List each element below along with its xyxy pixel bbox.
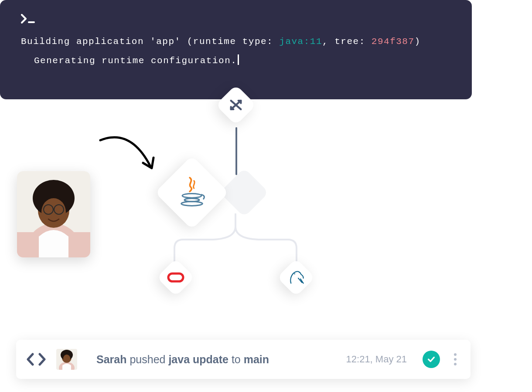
- check-icon: [426, 355, 436, 364]
- generating-text: Generating runtime configuration.: [34, 56, 237, 66]
- activity-message: Sarah pushed java update to main: [96, 353, 336, 366]
- connector-vertical: [235, 127, 237, 175]
- shuffle-node[interactable]: [215, 84, 256, 125]
- build-text-post: ): [415, 37, 421, 47]
- svg-point-3: [181, 202, 203, 206]
- tree-value: 294f387: [372, 37, 415, 47]
- activity-row: Sarah pushed java update to main 12:21, …: [16, 340, 471, 379]
- svg-rect-4: [168, 274, 183, 281]
- mysql-node[interactable]: [277, 258, 315, 297]
- svg-point-1: [182, 193, 201, 198]
- status-success-badge: [423, 351, 440, 368]
- terminal-line-2: Generating runtime configuration.: [21, 54, 451, 66]
- activity-user: Sarah: [96, 353, 126, 365]
- node-shadow: [219, 168, 269, 217]
- svg-point-11: [41, 198, 66, 226]
- user-avatar-large: [17, 171, 90, 257]
- build-text-pre: Building application 'app' (runtime type…: [21, 37, 279, 47]
- activity-action-mid: to: [228, 353, 244, 365]
- svg-rect-0: [28, 21, 35, 23]
- curved-arrow: [92, 132, 161, 179]
- user-avatar-small: [56, 349, 77, 370]
- code-icon: [27, 353, 46, 366]
- activity-timestamp: 12:21, May 21: [346, 354, 407, 365]
- activity-commit: java update: [168, 353, 228, 365]
- activity-action-pre: pushed: [126, 353, 168, 365]
- more-menu-button[interactable]: [450, 353, 460, 365]
- svg-point-19: [63, 355, 70, 362]
- svg-point-5: [294, 273, 295, 274]
- java-node[interactable]: [155, 155, 229, 230]
- mysql-icon: [287, 269, 305, 286]
- shuffle-icon: [228, 98, 243, 112]
- build-text-mid: , tree:: [322, 37, 372, 47]
- java-icon: [175, 176, 209, 210]
- terminal-cursor: [238, 54, 239, 65]
- terminal-line-1: Building application 'app' (runtime type…: [21, 37, 451, 47]
- runtime-value: java:11: [279, 37, 322, 47]
- activity-branch: main: [244, 353, 269, 365]
- terminal-prompt-icon: [21, 14, 451, 24]
- oracle-icon: [167, 271, 185, 284]
- oracle-node[interactable]: [157, 258, 195, 297]
